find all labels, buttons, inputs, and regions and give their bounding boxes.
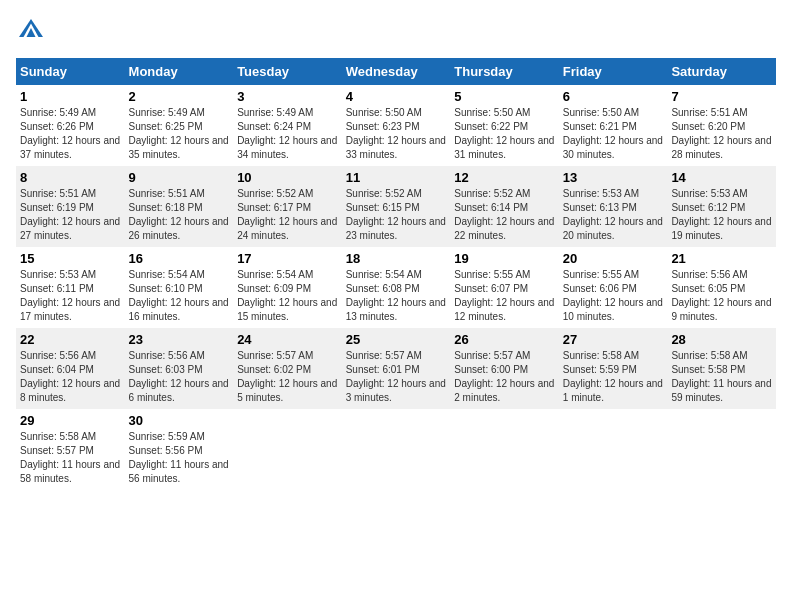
calendar-cell: 2Sunrise: 5:49 AMSunset: 6:25 PMDaylight… — [125, 85, 234, 166]
calendar-cell: 27Sunrise: 5:58 AMSunset: 5:59 PMDayligh… — [559, 328, 668, 409]
day-number: 20 — [563, 251, 664, 266]
day-info: Sunrise: 5:57 AMSunset: 6:02 PMDaylight:… — [237, 349, 338, 405]
day-number: 18 — [346, 251, 447, 266]
calendar-cell: 29Sunrise: 5:58 AMSunset: 5:57 PMDayligh… — [16, 409, 125, 490]
day-info: Sunrise: 5:56 AMSunset: 6:05 PMDaylight:… — [671, 268, 772, 324]
day-info: Sunrise: 5:49 AMSunset: 6:25 PMDaylight:… — [129, 106, 230, 162]
calendar-cell: 13Sunrise: 5:53 AMSunset: 6:13 PMDayligh… — [559, 166, 668, 247]
calendar-cell: 16Sunrise: 5:54 AMSunset: 6:10 PMDayligh… — [125, 247, 234, 328]
day-info: Sunrise: 5:54 AMSunset: 6:09 PMDaylight:… — [237, 268, 338, 324]
calendar-cell: 3Sunrise: 5:49 AMSunset: 6:24 PMDaylight… — [233, 85, 342, 166]
day-info: Sunrise: 5:51 AMSunset: 6:19 PMDaylight:… — [20, 187, 121, 243]
day-number: 11 — [346, 170, 447, 185]
day-number: 4 — [346, 89, 447, 104]
day-info: Sunrise: 5:57 AMSunset: 6:00 PMDaylight:… — [454, 349, 555, 405]
day-info: Sunrise: 5:51 AMSunset: 6:20 PMDaylight:… — [671, 106, 772, 162]
day-number: 22 — [20, 332, 121, 347]
day-info: Sunrise: 5:55 AMSunset: 6:07 PMDaylight:… — [454, 268, 555, 324]
day-number: 10 — [237, 170, 338, 185]
day-info: Sunrise: 5:59 AMSunset: 5:56 PMDaylight:… — [129, 430, 230, 486]
day-number: 30 — [129, 413, 230, 428]
col-header-monday: Monday — [125, 58, 234, 85]
day-info: Sunrise: 5:50 AMSunset: 6:21 PMDaylight:… — [563, 106, 664, 162]
calendar-cell: 23Sunrise: 5:56 AMSunset: 6:03 PMDayligh… — [125, 328, 234, 409]
col-header-thursday: Thursday — [450, 58, 559, 85]
calendar-cell: 10Sunrise: 5:52 AMSunset: 6:17 PMDayligh… — [233, 166, 342, 247]
calendar-cell — [450, 409, 559, 490]
day-number: 14 — [671, 170, 772, 185]
day-number: 6 — [563, 89, 664, 104]
day-number: 1 — [20, 89, 121, 104]
col-header-friday: Friday — [559, 58, 668, 85]
week-row: 22Sunrise: 5:56 AMSunset: 6:04 PMDayligh… — [16, 328, 776, 409]
day-number: 19 — [454, 251, 555, 266]
logo — [16, 16, 50, 46]
day-info: Sunrise: 5:50 AMSunset: 6:23 PMDaylight:… — [346, 106, 447, 162]
day-number: 3 — [237, 89, 338, 104]
calendar-cell: 24Sunrise: 5:57 AMSunset: 6:02 PMDayligh… — [233, 328, 342, 409]
day-info: Sunrise: 5:52 AMSunset: 6:14 PMDaylight:… — [454, 187, 555, 243]
calendar-cell: 30Sunrise: 5:59 AMSunset: 5:56 PMDayligh… — [125, 409, 234, 490]
day-number: 26 — [454, 332, 555, 347]
day-info: Sunrise: 5:52 AMSunset: 6:15 PMDaylight:… — [346, 187, 447, 243]
day-info: Sunrise: 5:52 AMSunset: 6:17 PMDaylight:… — [237, 187, 338, 243]
day-number: 16 — [129, 251, 230, 266]
calendar-cell: 26Sunrise: 5:57 AMSunset: 6:00 PMDayligh… — [450, 328, 559, 409]
day-info: Sunrise: 5:50 AMSunset: 6:22 PMDaylight:… — [454, 106, 555, 162]
day-number: 7 — [671, 89, 772, 104]
calendar-cell — [233, 409, 342, 490]
calendar-cell: 20Sunrise: 5:55 AMSunset: 6:06 PMDayligh… — [559, 247, 668, 328]
calendar-cell — [342, 409, 451, 490]
day-number: 24 — [237, 332, 338, 347]
week-row: 15Sunrise: 5:53 AMSunset: 6:11 PMDayligh… — [16, 247, 776, 328]
calendar-cell: 28Sunrise: 5:58 AMSunset: 5:58 PMDayligh… — [667, 328, 776, 409]
calendar-cell: 8Sunrise: 5:51 AMSunset: 6:19 PMDaylight… — [16, 166, 125, 247]
day-number: 13 — [563, 170, 664, 185]
day-number: 21 — [671, 251, 772, 266]
day-number: 2 — [129, 89, 230, 104]
day-info: Sunrise: 5:51 AMSunset: 6:18 PMDaylight:… — [129, 187, 230, 243]
calendar-cell: 7Sunrise: 5:51 AMSunset: 6:20 PMDaylight… — [667, 85, 776, 166]
day-info: Sunrise: 5:54 AMSunset: 6:10 PMDaylight:… — [129, 268, 230, 324]
col-header-sunday: Sunday — [16, 58, 125, 85]
calendar-cell: 25Sunrise: 5:57 AMSunset: 6:01 PMDayligh… — [342, 328, 451, 409]
day-info: Sunrise: 5:58 AMSunset: 5:58 PMDaylight:… — [671, 349, 772, 405]
day-info: Sunrise: 5:53 AMSunset: 6:13 PMDaylight:… — [563, 187, 664, 243]
day-info: Sunrise: 5:49 AMSunset: 6:24 PMDaylight:… — [237, 106, 338, 162]
calendar-cell: 17Sunrise: 5:54 AMSunset: 6:09 PMDayligh… — [233, 247, 342, 328]
day-number: 28 — [671, 332, 772, 347]
day-info: Sunrise: 5:58 AMSunset: 5:57 PMDaylight:… — [20, 430, 121, 486]
calendar-cell: 12Sunrise: 5:52 AMSunset: 6:14 PMDayligh… — [450, 166, 559, 247]
calendar-body: 1Sunrise: 5:49 AMSunset: 6:26 PMDaylight… — [16, 85, 776, 490]
day-number: 25 — [346, 332, 447, 347]
day-number: 23 — [129, 332, 230, 347]
page-header — [16, 16, 776, 46]
calendar-cell: 22Sunrise: 5:56 AMSunset: 6:04 PMDayligh… — [16, 328, 125, 409]
day-info: Sunrise: 5:57 AMSunset: 6:01 PMDaylight:… — [346, 349, 447, 405]
week-row: 8Sunrise: 5:51 AMSunset: 6:19 PMDaylight… — [16, 166, 776, 247]
calendar-cell: 5Sunrise: 5:50 AMSunset: 6:22 PMDaylight… — [450, 85, 559, 166]
calendar-cell — [559, 409, 668, 490]
header-row: SundayMondayTuesdayWednesdayThursdayFrid… — [16, 58, 776, 85]
day-info: Sunrise: 5:55 AMSunset: 6:06 PMDaylight:… — [563, 268, 664, 324]
calendar-cell — [667, 409, 776, 490]
calendar-table: SundayMondayTuesdayWednesdayThursdayFrid… — [16, 58, 776, 490]
day-info: Sunrise: 5:56 AMSunset: 6:03 PMDaylight:… — [129, 349, 230, 405]
day-info: Sunrise: 5:49 AMSunset: 6:26 PMDaylight:… — [20, 106, 121, 162]
logo-icon — [16, 16, 46, 46]
calendar-cell: 14Sunrise: 5:53 AMSunset: 6:12 PMDayligh… — [667, 166, 776, 247]
day-number: 29 — [20, 413, 121, 428]
calendar-cell: 19Sunrise: 5:55 AMSunset: 6:07 PMDayligh… — [450, 247, 559, 328]
calendar-cell: 6Sunrise: 5:50 AMSunset: 6:21 PMDaylight… — [559, 85, 668, 166]
day-number: 8 — [20, 170, 121, 185]
day-info: Sunrise: 5:54 AMSunset: 6:08 PMDaylight:… — [346, 268, 447, 324]
day-info: Sunrise: 5:58 AMSunset: 5:59 PMDaylight:… — [563, 349, 664, 405]
day-number: 5 — [454, 89, 555, 104]
week-row: 1Sunrise: 5:49 AMSunset: 6:26 PMDaylight… — [16, 85, 776, 166]
day-info: Sunrise: 5:53 AMSunset: 6:11 PMDaylight:… — [20, 268, 121, 324]
day-info: Sunrise: 5:53 AMSunset: 6:12 PMDaylight:… — [671, 187, 772, 243]
col-header-wednesday: Wednesday — [342, 58, 451, 85]
calendar-cell: 21Sunrise: 5:56 AMSunset: 6:05 PMDayligh… — [667, 247, 776, 328]
calendar-cell: 4Sunrise: 5:50 AMSunset: 6:23 PMDaylight… — [342, 85, 451, 166]
day-number: 12 — [454, 170, 555, 185]
